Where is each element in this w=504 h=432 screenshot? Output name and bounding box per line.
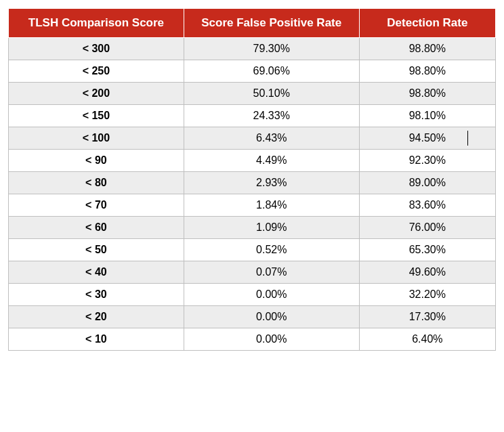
header-row: TLSH Comparison Score Score False Positi… xyxy=(9,9,496,38)
table-row: < 400.07%49.60% xyxy=(9,261,496,284)
cell-score: < 40 xyxy=(9,261,184,284)
cell-score: < 300 xyxy=(9,38,184,60)
cell-dr: 17.30% xyxy=(359,306,495,328)
cell-fpr: 0.00% xyxy=(184,284,359,306)
cell-fpr: 4.49% xyxy=(184,150,359,172)
table-body: < 30079.30%98.80%< 25069.06%98.80%< 2005… xyxy=(9,38,496,351)
cell-score: < 150 xyxy=(9,105,184,127)
cell-dr: 76.00% xyxy=(359,217,495,239)
cell-score: < 80 xyxy=(9,172,184,194)
cell-dr: 92.30% xyxy=(359,150,495,172)
table-row: < 30079.30%98.80% xyxy=(9,38,496,60)
cell-dr: 98.80% xyxy=(359,38,495,60)
cell-fpr: 79.30% xyxy=(184,38,359,60)
cell-dr: 32.20% xyxy=(359,284,495,306)
cell-dr: 6.40% xyxy=(359,328,495,351)
cell-dr: 98.80% xyxy=(359,60,495,83)
cell-fpr: 24.33% xyxy=(184,105,359,127)
cell-score: < 70 xyxy=(9,194,184,217)
table-row: < 200.00%17.30% xyxy=(9,306,496,328)
cell-fpr: 69.06% xyxy=(184,60,359,83)
cell-fpr: 0.52% xyxy=(184,239,359,261)
cell-score: < 60 xyxy=(9,217,184,239)
table-row: < 15024.33%98.10% xyxy=(9,105,496,127)
table-row: < 1006.43%94.50% xyxy=(9,127,496,150)
cell-dr: 98.10% xyxy=(359,105,495,127)
cell-score: < 200 xyxy=(9,83,184,105)
table-row: < 500.52%65.30% xyxy=(9,239,496,261)
header-fpr: Score False Positive Rate xyxy=(184,9,359,38)
cell-score: < 90 xyxy=(9,150,184,172)
cell-fpr: 50.10% xyxy=(184,83,359,105)
cell-score: < 10 xyxy=(9,328,184,351)
table-row: < 300.00%32.20% xyxy=(9,284,496,306)
cell-dr: 65.30% xyxy=(359,239,495,261)
cell-score: < 250 xyxy=(9,60,184,83)
cell-fpr: 0.00% xyxy=(184,328,359,351)
table-row: < 20050.10%98.80% xyxy=(9,83,496,105)
cell-dr: 98.80% xyxy=(359,83,495,105)
table-row: < 802.93%89.00% xyxy=(9,172,496,194)
cell-fpr: 6.43% xyxy=(184,127,359,150)
table-row: < 100.00%6.40% xyxy=(9,328,496,351)
cell-score: < 20 xyxy=(9,306,184,328)
cell-dr: 89.00% xyxy=(359,172,495,194)
cell-score: < 30 xyxy=(9,284,184,306)
cell-fpr: 0.00% xyxy=(184,306,359,328)
table-row: < 601.09%76.00% xyxy=(9,217,496,239)
table-row: < 25069.06%98.80% xyxy=(9,60,496,83)
cell-fpr: 1.84% xyxy=(184,194,359,217)
cell-score: < 100 xyxy=(9,127,184,150)
cell-fpr: 2.93% xyxy=(184,172,359,194)
cell-fpr: 1.09% xyxy=(184,217,359,239)
cell-fpr: 0.07% xyxy=(184,261,359,284)
table-row: < 701.84%83.60% xyxy=(9,194,496,217)
cell-score: < 50 xyxy=(9,239,184,261)
cell-dr: 49.60% xyxy=(359,261,495,284)
header-score: TLSH Comparison Score xyxy=(9,9,184,38)
tlsh-score-table: TLSH Comparison Score Score False Positi… xyxy=(8,8,496,351)
header-dr: Detection Rate xyxy=(359,9,495,38)
table-row: < 904.49%92.30% xyxy=(9,150,496,172)
cell-dr: 83.60% xyxy=(359,194,495,217)
cell-dr: 94.50% xyxy=(359,127,495,150)
